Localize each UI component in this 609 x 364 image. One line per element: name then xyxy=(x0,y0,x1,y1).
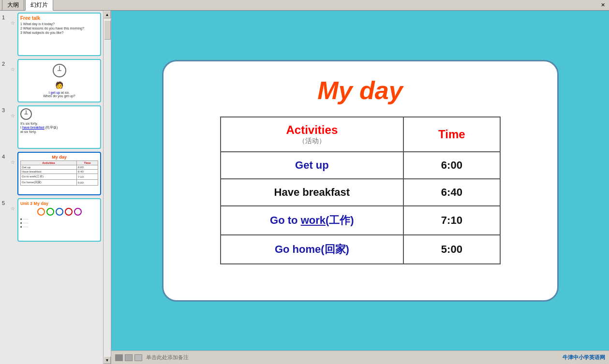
slide-title: My day xyxy=(317,76,402,105)
main-content: My day Activities （活动） Time xyxy=(111,11,609,364)
slide-card: My day Activities （活动） Time xyxy=(162,60,559,302)
slide-item-2[interactable]: 2 ☆ 🧑 I get up at six. When do you get u… xyxy=(2,59,101,102)
scroll-up-button[interactable]: ▲ xyxy=(104,11,111,18)
slide-item-5[interactable]: 5 ☆ Unit 3 My day ■ ·······■ ·······■ · xyxy=(2,198,101,242)
view-slide-icon[interactable] xyxy=(125,354,133,361)
sidebar-scrollbar[interactable]: ▲ ▼ xyxy=(103,11,111,364)
time-header: Time xyxy=(403,117,500,152)
table-row: Go home(回家) 5:00 xyxy=(221,235,500,264)
clock-icon xyxy=(53,64,66,77)
slide-item-4[interactable]: 4 ☆ My day Activities Time xyxy=(2,152,101,195)
bottom-icons xyxy=(115,354,142,361)
scroll-down-button[interactable]: ▼ xyxy=(104,356,111,364)
slides-tab[interactable]: 幻灯片 xyxy=(25,0,53,11)
activities-header: Activities （活动） xyxy=(221,117,404,152)
table-row: Have breakfast 6:40 xyxy=(221,179,500,206)
bottom-note[interactable]: 单击此处添加备注 xyxy=(146,354,563,361)
outline-tab[interactable]: 大纲 xyxy=(2,0,24,11)
view-normal-icon[interactable] xyxy=(115,354,123,361)
bottom-logo: 牛津中小学英语网 xyxy=(563,354,605,361)
view-outline-icon[interactable] xyxy=(134,354,142,361)
top-bar: 大纲 幻灯片 ✕ xyxy=(0,0,609,11)
close-panel-button[interactable]: ✕ xyxy=(599,2,607,8)
slide-area: My day Activities （活动） Time xyxy=(111,11,609,350)
activities-table: Activities （活动） Time Get up 6:00 xyxy=(220,116,501,264)
slide-item-1[interactable]: 1 ☆ Free talk 1 What day is it today? 2 … xyxy=(2,13,101,56)
slides-panel: 1 ☆ Free talk 1 What day is it today? 2 … xyxy=(0,11,103,364)
table-row: Get up 6:00 xyxy=(221,152,500,179)
bottom-bar: 单击此处添加备注 牛津中小学英语网 xyxy=(111,350,609,364)
sidebar: 1 ☆ Free talk 1 What day is it today? 2 … xyxy=(0,11,111,364)
table-row: Go to work(工作) 7:10 xyxy=(221,206,500,235)
slide-item-3[interactable]: 3 ☆ It's six forty. I have breakfast (吃早… xyxy=(2,105,101,149)
activities-subtitle: （活动） xyxy=(236,137,389,146)
